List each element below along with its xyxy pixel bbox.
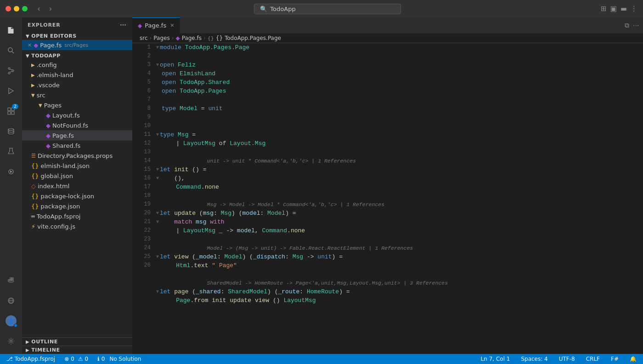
svg-marker-7 <box>9 88 13 94</box>
todoapp-label: TODOAPP <box>31 53 61 59</box>
sidebar-item-layout-fs[interactable]: ◆ Layout.fs <box>22 110 132 120</box>
sidebar-header: EXPLORER ⋯ <box>22 17 132 32</box>
json-file-icon: {} <box>31 173 39 179</box>
folder-open-icon: ▼ <box>39 103 42 108</box>
svg-point-3 <box>8 67 10 69</box>
code-content[interactable]: ▼ module TodoApp.Pages.Page ▼ open Feliz… <box>156 43 643 354</box>
breadcrumb-namespace[interactable]: {} TodoApp.Pages.Page <box>216 35 281 41</box>
tab-page-fs[interactable]: ◆ Page.fs ✕ <box>132 17 180 34</box>
open-file-path: src/Pages <box>64 42 88 48</box>
activity-source-control[interactable] <box>2 62 20 80</box>
sidebar-header-actions: ⋯ <box>120 21 127 28</box>
close-button[interactable] <box>6 6 11 11</box>
sidebar-item-todoapp-fsproj[interactable]: ═ TodoApp.fsproj <box>22 211 132 221</box>
panel-icon[interactable]: ▬ <box>620 5 627 13</box>
language-label: F# <box>611 356 619 362</box>
svg-line-6 <box>9 72 13 72</box>
search-input[interactable]: 🔍 TodoApp <box>254 4 401 14</box>
minimize-button[interactable] <box>14 6 19 11</box>
sidebar-item-shared-fs[interactable]: ◆ Shared.fs <box>22 140 132 151</box>
settings-button[interactable] <box>2 332 20 350</box>
activity-run-debug[interactable] <box>2 82 20 100</box>
open-editors-section[interactable]: ▼ OPEN EDITORS <box>22 32 132 40</box>
activity-extensions[interactable]: 2 <box>2 102 20 120</box>
svg-point-0 <box>8 48 12 52</box>
sidebar-item-directory-packages-props[interactable]: ☰ Directory.Packages.props <box>22 151 132 161</box>
nav-back-button[interactable]: ‹ <box>35 4 43 14</box>
title-bar: ‹ › 🔍 TodoApp ⊞ ▣ ▬ ⋮ <box>0 0 643 17</box>
tab-more-actions-icon[interactable]: ⋯ <box>633 22 639 29</box>
avatar: 👤 <box>6 315 17 326</box>
svg-rect-10 <box>8 112 11 114</box>
sidebar-item-package-lock-json[interactable]: {} package-lock.json <box>22 191 132 201</box>
layout-icon[interactable]: ⊞ <box>601 5 607 13</box>
svg-point-23 <box>10 340 12 342</box>
code-line-10: ▼ type Msg = <box>156 130 643 139</box>
status-spaces[interactable]: Spaces: 4 <box>518 354 550 364</box>
code-line-3: ▼ open Feliz <box>156 61 643 69</box>
encoding-label: UTF-8 <box>559 356 575 362</box>
timeline-header[interactable]: ▶ TIMELINE <box>22 346 132 354</box>
outline-header[interactable]: ▶ OUTLINE <box>22 338 132 346</box>
activity-explorer[interactable] <box>2 21 20 39</box>
activity-search[interactable] <box>2 41 20 60</box>
sidebar-icon[interactable]: ▣ <box>610 5 617 13</box>
sidebar-item-src[interactable]: ▼ src <box>22 90 132 100</box>
sidebar-item-vite-config-js[interactable]: ⚡ vite.config.js <box>22 221 132 231</box>
svg-line-1 <box>12 51 14 53</box>
extensions-badge: 2 <box>12 104 18 109</box>
activity-flask[interactable] <box>2 142 20 161</box>
sidebar-item-global-json[interactable]: {} global.json <box>22 171 132 181</box>
nav-forward-button[interactable]: › <box>46 4 54 14</box>
open-file-page-fs[interactable]: ✕ ◆ Page.fs src/Pages <box>22 40 132 50</box>
breadcrumb-pages[interactable]: Pages <box>153 35 169 41</box>
activity-database[interactable] <box>2 122 20 140</box>
line-ending-label: CRLF <box>586 356 600 362</box>
split-editor-icon[interactable]: ⧉ <box>625 22 629 29</box>
todoapp-section[interactable]: ▼ TODOAPP <box>22 52 132 60</box>
close-file-icon[interactable]: ✕ <box>28 42 32 48</box>
breadcrumb-file[interactable]: Page.fs <box>182 35 202 41</box>
status-branch[interactable]: ⎇ TodoApp.fsproj <box>4 354 58 364</box>
fsharp-file-icon: ◆ <box>46 132 51 139</box>
split-icon[interactable]: ⋮ <box>631 5 637 13</box>
maximize-button[interactable] <box>22 6 28 11</box>
sidebar-item-page-fs[interactable]: ◆ Page.fs <box>22 130 132 140</box>
sidebar-item-config[interactable]: ▶ .config <box>22 60 132 70</box>
sidebar-item-package-json[interactable]: {} package.json <box>22 201 132 211</box>
timeline-chevron: ▶ <box>26 347 29 353</box>
code-hint-13: unit -> unit * Command<'a,'b,'c> | 1 Ref… <box>156 157 643 165</box>
sidebar-item-index-html[interactable]: ◇ index.html <box>22 181 132 191</box>
svg-point-12 <box>8 129 14 130</box>
activity-git-graph[interactable] <box>2 162 20 181</box>
sidebar-item-elmish-land-json[interactable]: {} elmish-land.json <box>22 161 132 171</box>
status-info[interactable]: ℹ 0 No Solution <box>95 354 144 364</box>
sidebar-item-vscode[interactable]: ▶ .vscode <box>22 80 132 90</box>
tab-bar-actions: ⧉ ⋯ <box>621 22 643 29</box>
sidebar-item-elmish-land[interactable]: ▶ .elmish-land <box>22 70 132 80</box>
status-notification[interactable]: 🔔 <box>627 354 639 364</box>
json-file-icon: {} <box>31 162 39 169</box>
sidebar-item-pages[interactable]: ▼ Pages <box>22 100 132 110</box>
code-line-4: open ElmishLand <box>156 69 643 78</box>
project-file-icon: ═ <box>31 213 35 220</box>
activity-docker[interactable] <box>2 271 20 290</box>
info-count: 0 <box>102 356 105 362</box>
editor-area: ◆ Page.fs ✕ ⧉ ⋯ src › Pages › ◆ Page.fs … <box>132 17 643 354</box>
breadcrumb-src[interactable]: src <box>140 35 148 41</box>
status-errors[interactable]: ⊗ 0 ⚠ 0 <box>62 354 91 364</box>
activity-bottom: 👤 <box>2 271 20 350</box>
status-encoding[interactable]: UTF-8 <box>556 354 578 364</box>
tab-close-button[interactable]: ✕ <box>170 22 174 28</box>
code-line-19: | LayoutMsg _ -> model, Command.none <box>156 226 643 235</box>
warning-count: 0 <box>85 356 89 362</box>
status-language[interactable]: F# <box>608 354 621 364</box>
status-line-ending[interactable]: CRLF <box>583 354 603 364</box>
more-actions-icon[interactable]: ⋯ <box>120 21 127 28</box>
sidebar-item-notfound-fs[interactable]: ◆ NotFound.fs <box>22 120 132 130</box>
open-file-label: Page.fs <box>40 42 62 49</box>
outline-chevron: ▶ <box>26 339 29 344</box>
activity-remote[interactable] <box>2 291 20 310</box>
status-position[interactable]: Ln 7, Col 1 <box>478 354 513 364</box>
account-button[interactable]: 👤 <box>2 312 20 330</box>
